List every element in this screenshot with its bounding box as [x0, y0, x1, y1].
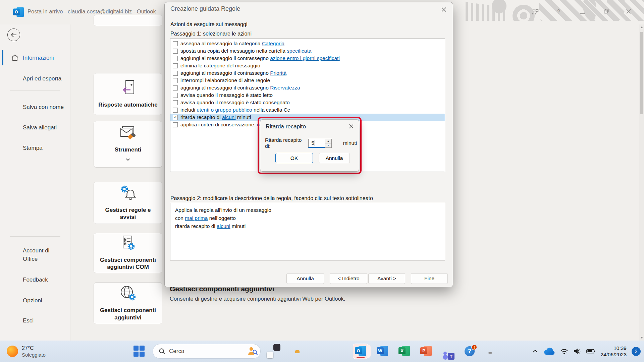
rule-value-link[interactable]: azione entro i giorni specificati: [270, 55, 340, 61]
taskbar-app-paint[interactable]: [484, 344, 499, 359]
sidebar-item-feedback[interactable]: Feedback: [23, 276, 64, 284]
risposte-automatiche-button[interactable]: Risposte automatiche: [94, 73, 162, 115]
rule-value-link[interactable]: utenti o gruppo pubblico: [197, 107, 252, 113]
wifi-icon[interactable]: [560, 348, 568, 355]
rule-value-link[interactable]: alcuni: [222, 114, 236, 120]
ok-button[interactable]: OK: [275, 153, 313, 163]
taskbar-app-file-explorer[interactable]: [287, 344, 303, 359]
strumenti-button[interactable]: Strumenti: [94, 121, 162, 168]
sidebar-item-apri-ed-esporta[interactable]: Apri ed esporta: [23, 74, 64, 83]
rule-value-link[interactable]: mai prima: [185, 215, 208, 221]
back-button[interactable]: [7, 28, 20, 41]
cancel-button[interactable]: Annulla: [319, 153, 350, 163]
help-icon[interactable]: ?: [557, 9, 560, 15]
checkbox-icon[interactable]: [173, 49, 178, 54]
checkbox-icon[interactable]: [173, 122, 178, 127]
search-input[interactable]: [169, 348, 233, 355]
checkbox-icon[interactable]: [173, 56, 178, 61]
action-row[interactable]: avvisa quando il messaggio è stato conse…: [170, 99, 445, 106]
checkbox-icon[interactable]: [173, 41, 178, 46]
spinner-control[interactable]: ▲ ▼: [325, 139, 332, 148]
weather-widget[interactable]: 27°C Soleggiato: [4, 343, 48, 360]
action-row[interactable]: aggiungi al messaggio il contrassegno Pr…: [170, 69, 445, 77]
spinner-down-icon[interactable]: ▼: [325, 143, 331, 147]
dialog-title: Creazione guidata Regole: [170, 5, 240, 12]
taskbar-app-excel[interactable]: X: [396, 344, 412, 359]
taskbar-search[interactable]: [153, 344, 261, 359]
taskbar-app-powerpoint[interactable]: P: [418, 344, 434, 359]
action-row[interactable]: interrompi l’elaborazione di altre regol…: [170, 77, 445, 84]
rule-value-link[interactable]: alcuni: [217, 223, 230, 229]
rule-description-box[interactable]: Applica la regola all’invio di un messag…: [170, 203, 445, 260]
wizard-back-button[interactable]: < Indietro: [330, 273, 367, 284]
checkbox-icon[interactable]: [173, 63, 178, 68]
sidebar-item-opzioni[interactable]: Opzioni: [23, 296, 64, 305]
action-row[interactable]: assegna al messaggio la categoria Catego…: [170, 40, 445, 47]
gestisci-componenti-aggiuntivi-com-button[interactable]: Gestisci componenti aggiuntivi COM: [94, 233, 162, 273]
wizard-cancel-button[interactable]: Annulla: [286, 273, 324, 284]
sidebar-item-esci[interactable]: Esci: [23, 316, 64, 325]
rule-value-link[interactable]: specificata: [287, 48, 311, 54]
taskbar-app-edge[interactable]: [309, 344, 325, 359]
sidebar-item-stampa[interactable]: Stampa: [23, 144, 64, 152]
sidebar-item-account-di-office[interactable]: Account di Office: [23, 246, 64, 263]
taskbar-app-chrome[interactable]: [331, 344, 346, 359]
taskbar-app-outlook[interactable]: O: [353, 344, 368, 359]
chevron-up-icon[interactable]: [532, 350, 538, 353]
sidebar-item-informazioni[interactable]: Informazioni: [23, 54, 64, 62]
action-row[interactable]: avvisa quando il messaggio è stato letto: [170, 92, 445, 99]
close-icon[interactable]: [440, 6, 447, 13]
action-label: sposta una copia del messaggio nella car…: [180, 48, 311, 54]
checkbox-icon[interactable]: [173, 108, 178, 113]
checkbox-icon[interactable]: [173, 78, 178, 83]
partial-button[interactable]: [94, 15, 162, 26]
checkbox-icon[interactable]: [173, 85, 178, 90]
rule-value-link[interactable]: Priorità: [270, 70, 286, 76]
minimize-icon[interactable]: [580, 11, 586, 17]
page-scrollbar[interactable]: [639, 24, 644, 341]
volume-icon[interactable]: [573, 348, 581, 355]
close-icon[interactable]: [347, 123, 355, 130]
restore-icon[interactable]: [604, 9, 609, 14]
scrollbar-thumb[interactable]: [640, 32, 643, 114]
checkbox-icon[interactable]: [173, 93, 178, 98]
close-icon[interactable]: [626, 9, 631, 14]
start-button[interactable]: [133, 346, 145, 357]
sidebar-item-salva-allegati[interactable]: Salva allegati: [23, 123, 64, 132]
checkbox-checked-icon[interactable]: ✓: [173, 115, 178, 120]
home-icon: [11, 54, 19, 62]
spinner-up-icon[interactable]: ▲: [325, 139, 331, 143]
powerpoint-icon: P: [420, 346, 432, 357]
rule-value-link[interactable]: Riservatezza: [270, 85, 300, 90]
weather-temperature: 27°C: [22, 345, 46, 352]
search-highlight-person-icon[interactable]: [248, 346, 258, 357]
clock[interactable]: 10:39 24/06/2023: [600, 345, 627, 358]
gestisci-componenti-aggiuntivi-button[interactable]: Gestisci componenti aggiuntivi: [94, 282, 162, 324]
delay-unit-label: minuti: [343, 140, 357, 146]
battery-icon[interactable]: [586, 349, 595, 354]
rule-value-link[interactable]: Categoria: [262, 41, 284, 46]
action-row[interactable]: aggiungi al messaggio il contrassegno Ri…: [170, 84, 445, 92]
action-row[interactable]: sposta una copia del messaggio nella car…: [170, 47, 445, 55]
action-row[interactable]: includi utenti o gruppo pubblico nella c…: [170, 106, 445, 114]
wizard-finish-button[interactable]: Fine: [411, 273, 448, 284]
gestisci-regole-e-avvisi-button[interactable]: Gestisci regole e avvisi: [94, 182, 162, 224]
sidebar-item-salva-con-nome[interactable]: Salva con nome: [23, 103, 64, 111]
auto-reply-icon: [120, 79, 136, 98]
onedrive-icon[interactable]: [543, 348, 555, 355]
action-row[interactable]: elimina le categorie del messaggio: [170, 62, 445, 69]
feedback-icon[interactable]: [532, 9, 539, 15]
wizard-next-button[interactable]: Avanti >: [368, 273, 405, 284]
action-row[interactable]: aggiungi al messaggio il contrassegno az…: [170, 55, 445, 62]
taskbar-app-teams[interactable]: T: [440, 344, 455, 359]
notification-badge[interactable]: 2: [632, 347, 641, 356]
delay-field-label: Ritarda recapito di:: [265, 137, 305, 149]
checkbox-icon[interactable]: [173, 100, 178, 105]
scroll-up-icon[interactable]: [640, 26, 643, 28]
checkbox-icon[interactable]: [173, 71, 178, 76]
taskbar-app-task-view[interactable]: [266, 344, 281, 359]
delay-minutes-input[interactable]: 5: [308, 139, 325, 148]
taskbar-app-get-help[interactable]: ?!: [462, 344, 477, 359]
scroll-down-icon[interactable]: [640, 337, 643, 339]
taskbar-app-word[interactable]: W: [375, 344, 390, 359]
